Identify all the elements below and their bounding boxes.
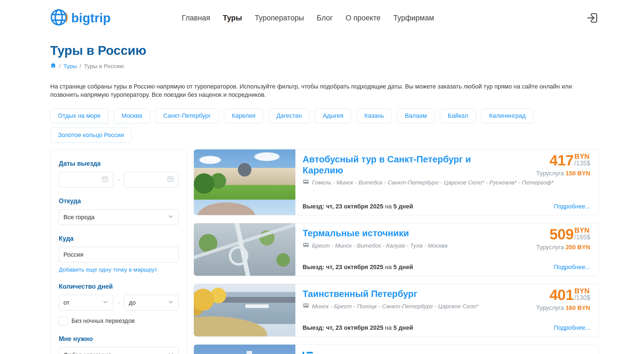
price-amount: 401 xyxy=(549,287,573,302)
nav-item[interactable]: Блог xyxy=(317,14,333,22)
service-value: 150 BYN xyxy=(566,170,590,177)
days-to-select[interactable]: до xyxy=(124,295,179,310)
tour-image[interactable] xyxy=(194,284,295,336)
globe-icon xyxy=(50,8,68,28)
nav-item[interactable]: Турфирмам xyxy=(393,14,434,22)
breadcrumb-link-tours[interactable]: Туры xyxy=(63,63,77,69)
service-label: Туруслуга xyxy=(536,170,564,177)
brand-name[interactable]: bigtrip xyxy=(71,10,111,25)
days-from-select[interactable]: от xyxy=(59,295,113,310)
price-currency: BYN xyxy=(574,153,589,160)
chevron-down-icon xyxy=(167,351,174,354)
nav-item[interactable]: Туроператоры xyxy=(255,14,304,22)
brand-logo[interactable]: bigtrip xyxy=(50,8,111,28)
service-label: Туруслуга xyxy=(536,304,564,311)
tour-title-link[interactable]: Автобусный тур в Санкт-Петербург и Карел… xyxy=(303,154,485,176)
date-range-dash: - xyxy=(118,176,120,183)
date-to-input[interactable] xyxy=(124,172,179,187)
region-chip[interactable]: Казань xyxy=(357,108,392,123)
breadcrumb-current: Туры в Россию xyxy=(84,63,124,69)
partial-tour-title-fragment xyxy=(303,352,319,354)
tour-image[interactable] xyxy=(194,149,295,215)
region-chip[interactable]: Калининград xyxy=(481,108,533,123)
date-from-input[interactable] xyxy=(59,172,113,187)
no-night-transfer-label: Без ночных переездов xyxy=(71,317,135,324)
tour-card: Автобусный тур в Санкт-Петербург и Карел… xyxy=(194,149,599,215)
region-chip[interactable]: Санкт-Петербург xyxy=(156,108,219,123)
chevron-down-icon xyxy=(102,299,109,307)
departure-label: Выезд: xyxy=(303,324,324,331)
region-chip[interactable]: Отдых на море xyxy=(50,108,108,123)
region-chip[interactable]: Байкал xyxy=(440,108,476,123)
departure-date: чт, 23 октября 2025 xyxy=(326,203,383,210)
price-usd: /165$ xyxy=(574,234,590,240)
filter-panel: Даты выезда - xyxy=(50,149,187,354)
tour-card: Таинственный Петербург Минск - Брест - П… xyxy=(194,284,599,337)
region-chip[interactable]: Карелия xyxy=(224,108,263,123)
from-label: Откуда xyxy=(59,197,179,205)
tour-price: 417 BYN /135$ Туруслуга 150 BYN xyxy=(536,153,590,177)
more-link[interactable]: Подробнее... xyxy=(554,203,590,210)
nav-item[interactable]: Главная xyxy=(182,14,210,22)
tour-route-text: Минск - Брест - Полоцк - Санкт-Петербург… xyxy=(312,302,479,312)
tour-image[interactable] xyxy=(194,223,295,276)
page-description: На странице собраны туры в Россию напрям… xyxy=(50,82,599,99)
region-chip[interactable]: Дагестан xyxy=(269,108,309,123)
bus-icon xyxy=(303,242,309,251)
tour-departure: Выезд: чт, 23 октября 2025 на 5 дней xyxy=(303,324,413,331)
region-chip[interactable]: Адыгея xyxy=(315,108,351,123)
from-city-select[interactable]: Все города xyxy=(59,209,179,225)
tour-list: Автобусный тур в Санкт-Петербург и Карел… xyxy=(194,149,599,354)
departure-days: 5 дней xyxy=(393,324,413,331)
to-input[interactable]: Россия xyxy=(59,247,179,262)
dates-label: Даты выезда xyxy=(59,160,179,167)
more-link[interactable]: Подробнее... xyxy=(554,264,590,271)
price-usd: /135$ xyxy=(574,160,590,167)
departure-on: на xyxy=(385,264,392,270)
region-chip[interactable]: Золотое кольцо России xyxy=(50,128,132,143)
price-amount: 509 xyxy=(549,227,573,242)
tour-route-text: Гомель - Минск - Витебск - Санкт-Петербу… xyxy=(312,178,554,188)
add-route-point-link[interactable]: Добавить еще одну точку в маршрут xyxy=(59,266,157,273)
region-chip[interactable]: Москва xyxy=(114,108,150,123)
nav-item[interactable]: О проекте xyxy=(346,14,381,22)
nav-item[interactable]: Туры xyxy=(223,14,242,22)
page-content: Туры в Россию / Туры / Туры в Россию На … xyxy=(0,43,644,354)
tour-title-link[interactable]: Термальные источники xyxy=(303,228,485,239)
main-nav: Главная Туры Туроператоры Блог О проекте… xyxy=(182,14,434,22)
checkbox-box[interactable] xyxy=(59,317,68,325)
service-value: 160 BYN xyxy=(566,304,590,311)
price-currency: BYN xyxy=(574,227,589,234)
category-select[interactable]: Любая категория xyxy=(59,347,179,354)
tour-card: Термальные источники Брест - Минск - Вит… xyxy=(194,223,599,276)
price-currency: BYN xyxy=(574,287,589,294)
partial-tour-card xyxy=(194,344,599,354)
breadcrumb-separator: / xyxy=(59,63,61,69)
price-usd: /130$ xyxy=(574,295,590,301)
chevron-down-icon xyxy=(167,213,174,221)
more-link[interactable]: Подробнее... xyxy=(554,324,590,331)
departure-on: на xyxy=(385,203,392,210)
need-label: Мне нужно xyxy=(59,335,179,343)
category-value: Любая категория xyxy=(63,352,111,354)
region-chip[interactable]: Валаам xyxy=(397,108,434,123)
tour-departure: Выезд: чт, 23 октября 2025 на 5 дней xyxy=(303,264,413,271)
tour-image[interactable] xyxy=(194,345,295,354)
no-night-transfer-checkbox[interactable]: Без ночных переездов xyxy=(59,317,179,325)
calendar-icon xyxy=(167,175,174,184)
price-amount: 417 xyxy=(549,153,573,168)
breadcrumb-separator: / xyxy=(80,63,81,69)
region-chips: Отдых на море Москва Санкт-Петербург Кар… xyxy=(50,108,599,143)
days-to-value: до xyxy=(129,299,136,306)
tour-route-text: Брест - Минск - Витебск - Калуга - Тула … xyxy=(312,242,448,251)
tour-price: 509 BYN /165$ Туруслуга 200 BYN xyxy=(536,227,590,251)
service-label: Туруслуга xyxy=(536,244,564,251)
home-icon[interactable] xyxy=(50,62,56,70)
calendar-icon xyxy=(101,175,109,184)
login-icon[interactable] xyxy=(586,12,598,24)
departure-label: Выезд: xyxy=(303,203,324,210)
days-range-dash: - xyxy=(118,299,120,306)
site-header: bigtrip Главная Туры Туроператоры Блог О… xyxy=(0,0,644,36)
days-from-value: от xyxy=(63,299,70,306)
tour-title-link[interactable]: Таинственный Петербург xyxy=(303,288,485,299)
